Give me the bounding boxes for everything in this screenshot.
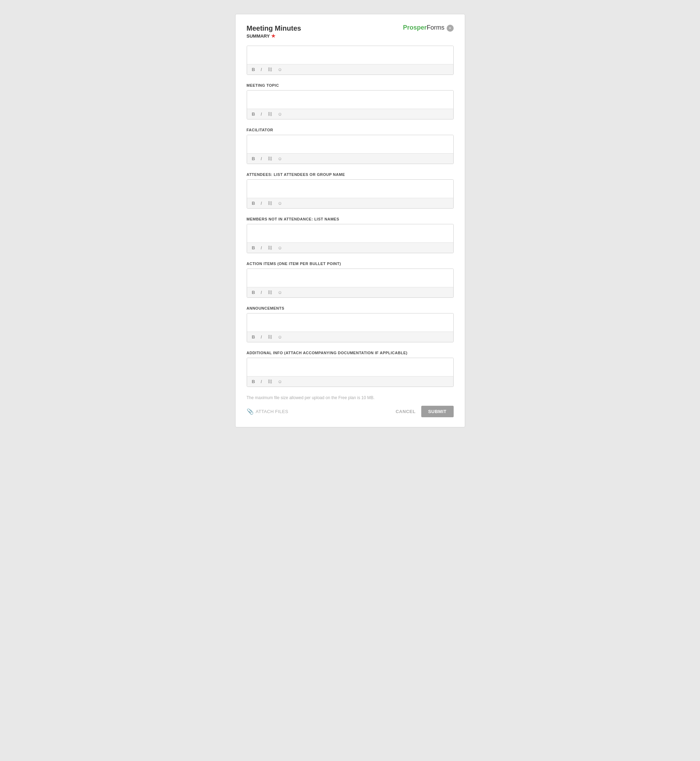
logo-forms: Forms [427,24,445,31]
summary-input[interactable] [247,46,453,64]
required-star: ★ [271,33,276,39]
action-items-bold-button[interactable]: B [250,289,256,295]
announcements-italic-button[interactable]: I [259,334,263,340]
field-summary: B I ⛓ ☺ [247,46,454,75]
form-title-block: Meeting Minutes SUMMARY ★ [247,24,302,39]
field-additional-info: ADDITIONAL INFO (ATTACH ACCOMPANYING DOC… [247,351,454,387]
announcements-link-button[interactable]: ⛓ [266,334,273,340]
action-items-emoji-button[interactable]: ☺ [276,289,284,295]
summary-italic-button[interactable]: I [259,67,263,72]
announcements-toolbar: B I ⛓ ☺ [247,332,453,342]
submit-button[interactable]: SUBMIT [421,406,454,417]
facilitator-bold-button[interactable]: B [250,156,256,162]
attach-files-button[interactable]: 📎 ATTACH FILES [247,408,289,415]
additional-info-input[interactable] [247,358,453,376]
paperclip-icon: 📎 [247,408,254,415]
facilitator-label: FACILITATOR [247,128,454,132]
additional-info-emoji-button[interactable]: ☺ [276,379,284,385]
facilitator-input[interactable] [247,135,453,153]
summary-bold-button[interactable]: B [250,67,256,72]
additional-info-italic-button[interactable]: I [259,379,263,385]
action-items-toolbar: B I ⛓ ☺ [247,287,453,298]
meeting-topic-editor: B I ⛓ ☺ [247,90,454,120]
members-not-attending-link-button[interactable]: ⛓ [266,245,273,251]
announcements-label: ANNOUNCEMENTS [247,306,454,310]
attendees-toolbar: B I ⛓ ☺ [247,198,453,208]
summary-toolbar: B I ⛓ ☺ [247,64,453,75]
form-container: Meeting Minutes SUMMARY ★ Prosper Forms … [235,14,465,427]
facilitator-toolbar: B I ⛓ ☺ [247,153,453,164]
members-not-attending-toolbar: B I ⛓ ☺ [247,242,453,253]
meeting-topic-link-button[interactable]: ⛓ [266,111,273,117]
action-items-label: ACTION ITEMS (ONE ITEM PER BULLET POINT) [247,262,454,266]
attendees-link-button[interactable]: ⛓ [266,200,273,206]
action-items-editor: B I ⛓ ☺ [247,268,454,298]
facilitator-emoji-button[interactable]: ☺ [276,156,284,162]
attendees-input[interactable] [247,180,453,198]
action-buttons: CANCEL SUBMIT [395,406,453,417]
announcements-bold-button[interactable]: B [250,334,256,340]
members-not-attending-input[interactable] [247,224,453,242]
field-announcements: ANNOUNCEMENTS B I ⛓ ☺ [247,306,454,342]
footer-section: The maximum file size allowed per upload… [247,395,454,417]
cancel-button[interactable]: CANCEL [395,409,415,414]
members-not-attending-italic-button[interactable]: I [259,245,263,251]
members-not-attending-bold-button[interactable]: B [250,245,256,251]
action-items-italic-button[interactable]: I [259,289,263,295]
field-meeting-topic: MEETING TOPIC B I ⛓ ☺ [247,83,454,120]
attendees-bold-button[interactable]: B [250,200,256,206]
logo-prosper: Prosper [403,24,427,31]
logo: Prosper Forms [403,24,444,31]
field-members-not-attending: MEMBERS NOT IN ATTENDANCE: LIST NAMES B … [247,217,454,253]
meeting-topic-emoji-button[interactable]: ☺ [276,111,284,117]
file-size-note: The maximum file size allowed per upload… [247,395,454,400]
close-button[interactable]: × [447,25,454,32]
announcements-editor: B I ⛓ ☺ [247,313,454,342]
members-not-attending-label: MEMBERS NOT IN ATTENDANCE: LIST NAMES [247,217,454,221]
form-subtitle: SUMMARY ★ [247,33,302,39]
attendees-italic-button[interactable]: I [259,200,263,206]
facilitator-italic-button[interactable]: I [259,156,263,162]
announcements-input[interactable] [247,313,453,332]
field-action-items: ACTION ITEMS (ONE ITEM PER BULLET POINT)… [247,262,454,298]
additional-info-toolbar: B I ⛓ ☺ [247,376,453,387]
additional-info-bold-button[interactable]: B [250,379,256,385]
meeting-topic-label: MEETING TOPIC [247,83,454,87]
members-not-attending-editor: B I ⛓ ☺ [247,224,454,253]
facilitator-link-button[interactable]: ⛓ [266,156,273,162]
additional-info-link-button[interactable]: ⛓ [266,379,273,385]
attendees-emoji-button[interactable]: ☺ [276,200,284,206]
summary-emoji-button[interactable]: ☺ [276,67,284,72]
field-facilitator: FACILITATOR B I ⛓ ☺ [247,128,454,164]
attendees-editor: B I ⛓ ☺ [247,179,454,209]
form-header: Meeting Minutes SUMMARY ★ Prosper Forms … [247,24,454,39]
field-attendees: ATTENDEES: LIST ATTENDEES OR GROUP NAME … [247,172,454,209]
form-title: Meeting Minutes [247,24,302,33]
summary-link-button[interactable]: ⛓ [266,67,273,72]
summary-editor: B I ⛓ ☺ [247,46,454,75]
form-actions: 📎 ATTACH FILES CANCEL SUBMIT [247,406,454,417]
meeting-topic-italic-button[interactable]: I [259,111,263,117]
attendees-label: ATTENDEES: LIST ATTENDEES OR GROUP NAME [247,172,454,176]
meeting-topic-bold-button[interactable]: B [250,111,256,117]
members-not-attending-emoji-button[interactable]: ☺ [276,245,284,251]
facilitator-editor: B I ⛓ ☺ [247,135,454,164]
additional-info-label: ADDITIONAL INFO (ATTACH ACCOMPANYING DOC… [247,351,454,355]
announcements-emoji-button[interactable]: ☺ [276,334,284,340]
logo-wrapper: Prosper Forms × [403,24,453,32]
action-items-link-button[interactable]: ⛓ [266,289,273,295]
meeting-topic-input[interactable] [247,90,453,109]
additional-info-editor: B I ⛓ ☺ [247,358,454,387]
meeting-topic-toolbar: B I ⛓ ☺ [247,109,453,119]
action-items-input[interactable] [247,269,453,287]
